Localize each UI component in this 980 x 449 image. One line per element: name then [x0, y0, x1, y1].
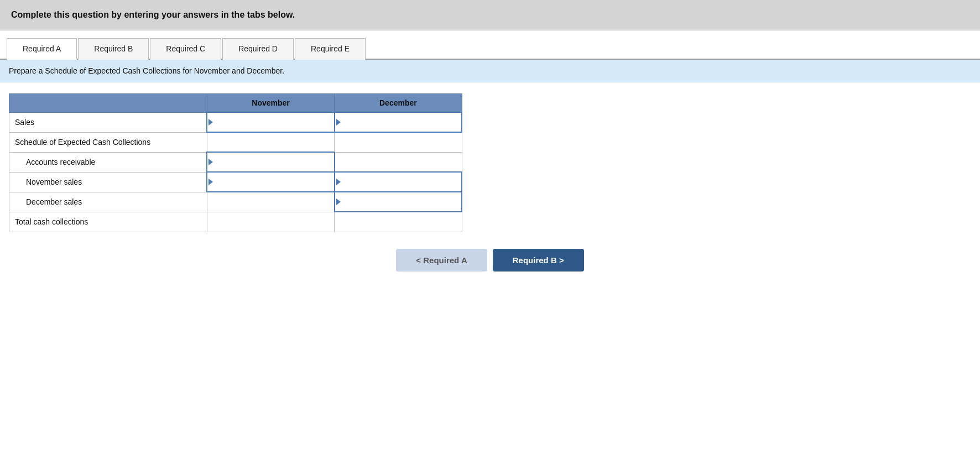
dec-input-2[interactable]	[335, 153, 462, 172]
table-row: Schedule of Expected Cash Collections	[9, 132, 462, 152]
column-label-header	[9, 94, 207, 113]
dec-input-1[interactable]	[335, 133, 461, 152]
content-area: NovemberDecemberSalesSchedule of Expecte…	[0, 82, 980, 283]
nov-input-cell-3[interactable]	[207, 172, 334, 192]
dec-input-5[interactable]	[335, 212, 461, 232]
navigation-row: < Required A Required B >	[9, 249, 971, 272]
nov-input-1[interactable]	[207, 133, 334, 152]
dec-input-cell-3[interactable]	[335, 172, 462, 192]
row-label-1: Schedule of Expected Cash Collections	[9, 132, 207, 152]
table-row: Total cash collections	[9, 212, 462, 232]
page-instruction: Complete this question by entering your …	[11, 10, 969, 20]
table-row: Sales	[9, 112, 462, 132]
row-label-3: November sales	[9, 172, 207, 192]
dec-triangle-4	[336, 199, 341, 205]
instruction-bar: Prepare a Schedule of Expected Cash Coll…	[0, 60, 980, 82]
tab-required-a[interactable]: Required A	[7, 38, 77, 60]
nov-input-4[interactable]	[207, 192, 334, 212]
next-label: Required B	[513, 255, 557, 265]
nov-input-cell-0[interactable]	[207, 112, 334, 132]
table-row: November sales	[9, 172, 462, 192]
next-button[interactable]: Required B >	[493, 249, 584, 272]
nov-input-2[interactable]	[207, 153, 333, 171]
column-december-header: December	[335, 94, 462, 113]
nov-input-cell-4[interactable]	[207, 192, 334, 212]
tab-required-e[interactable]: Required E	[295, 38, 366, 60]
nov-input-3[interactable]	[207, 173, 333, 191]
tab-required-d[interactable]: Required D	[222, 38, 294, 60]
row-label-5: Total cash collections	[9, 212, 207, 232]
dec-input-cell-1[interactable]	[335, 132, 462, 152]
row-label-0: Sales	[9, 112, 207, 132]
nov-triangle-3	[208, 179, 213, 185]
nov-input-cell-5[interactable]	[207, 212, 334, 232]
nov-triangle-0	[208, 119, 213, 126]
tab-required-b[interactable]: Required B	[78, 38, 149, 60]
next-arrow-icon: >	[559, 255, 564, 265]
nov-input-0[interactable]	[207, 113, 333, 132]
column-november-header: November	[207, 94, 334, 113]
dec-input-4[interactable]	[335, 192, 461, 211]
dec-input-cell-2[interactable]	[335, 152, 462, 172]
dec-input-0[interactable]	[335, 113, 461, 132]
dec-triangle-3	[336, 179, 341, 185]
prev-button[interactable]: < Required A	[396, 249, 487, 272]
header-banner: Complete this question by entering your …	[0, 0, 980, 30]
tab-required-c[interactable]: Required C	[150, 38, 221, 60]
nov-input-cell-1[interactable]	[207, 132, 334, 152]
table-row: Accounts receivable	[9, 152, 462, 172]
nov-input-cell-2[interactable]	[207, 152, 334, 172]
tabs-container: Required ARequired BRequired CRequired D…	[0, 30, 980, 60]
dec-input-3[interactable]	[335, 173, 461, 191]
dec-input-cell-0[interactable]	[335, 112, 462, 132]
dec-input-cell-5[interactable]	[335, 212, 462, 232]
table-row: December sales	[9, 192, 462, 212]
row-label-4: December sales	[9, 192, 207, 212]
nov-triangle-2	[208, 159, 213, 165]
prev-label: Required A	[423, 255, 467, 265]
cash-collections-table: NovemberDecemberSalesSchedule of Expecte…	[9, 93, 462, 232]
prev-arrow-icon: <	[416, 255, 421, 265]
nov-input-5[interactable]	[207, 212, 334, 232]
dec-triangle-0	[336, 119, 341, 126]
row-label-2: Accounts receivable	[9, 152, 207, 172]
dec-input-cell-4[interactable]	[335, 192, 462, 212]
